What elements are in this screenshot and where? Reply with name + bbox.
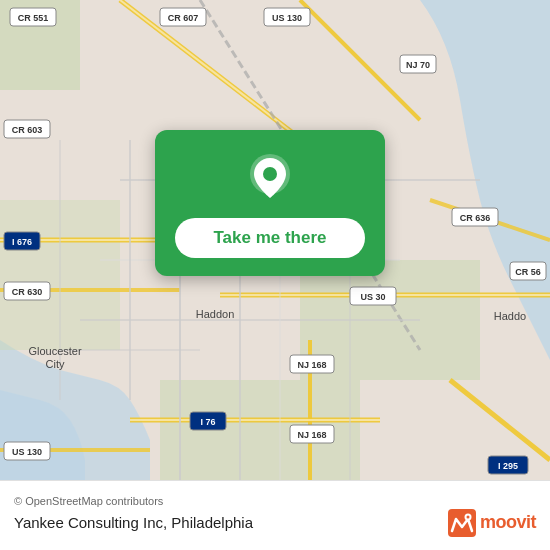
svg-text:US 30: US 30 [360, 292, 385, 302]
moovit-brand-icon [448, 509, 476, 537]
svg-text:I 676: I 676 [12, 237, 32, 247]
svg-rect-67 [448, 509, 476, 537]
svg-text:Haddo: Haddo [494, 310, 526, 322]
bottom-bar: © OpenStreetMap contributors Yankee Cons… [0, 480, 550, 550]
svg-point-69 [466, 515, 469, 518]
svg-text:NJ 70: NJ 70 [406, 60, 430, 70]
svg-text:City: City [46, 358, 65, 370]
svg-text:Gloucester: Gloucester [28, 345, 82, 357]
svg-text:I 295: I 295 [498, 461, 518, 471]
svg-text:US 130: US 130 [12, 447, 42, 457]
svg-text:CR 56: CR 56 [515, 267, 541, 277]
bottom-info-row: Yankee Consulting Inc, Philadelphia moov… [14, 509, 536, 537]
svg-text:CR 603: CR 603 [12, 125, 43, 135]
map-container: CR 551 CR 607 US 130 NJ 70 CR 603 I 676 … [0, 0, 550, 480]
svg-text:Haddon: Haddon [196, 308, 235, 320]
svg-text:NJ 168: NJ 168 [297, 430, 326, 440]
svg-text:CR 607: CR 607 [168, 13, 199, 23]
take-me-there-button[interactable]: Take me there [175, 218, 365, 258]
svg-text:NJ 168: NJ 168 [297, 360, 326, 370]
svg-text:CR 630: CR 630 [12, 287, 43, 297]
place-name: Yankee Consulting Inc, Philadelphia [14, 514, 253, 531]
svg-point-66 [263, 167, 277, 181]
svg-text:US 130: US 130 [272, 13, 302, 23]
moovit-logo: moovit [448, 509, 536, 537]
svg-text:CR 551: CR 551 [18, 13, 49, 23]
svg-text:CR 636: CR 636 [460, 213, 491, 223]
action-card: Take me there [155, 130, 385, 276]
osm-credit: © OpenStreetMap contributors [14, 495, 536, 507]
location-pin-icon [244, 152, 296, 204]
moovit-brand-text: moovit [480, 512, 536, 533]
svg-text:I 76: I 76 [200, 417, 215, 427]
